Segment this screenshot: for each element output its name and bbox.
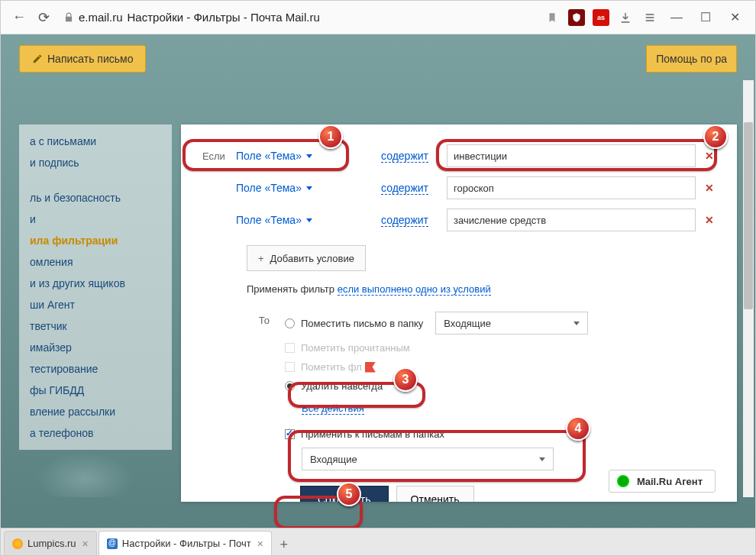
sidebar-item[interactable]: ль и безопасность — [19, 187, 172, 208]
filter-editor-panel: Если Поле «Тема» содержит ✕ Поле «Тема» … — [181, 124, 737, 502]
extension-lastfm-icon[interactable]: as — [590, 7, 612, 28]
flag-icon — [365, 362, 376, 373]
sidebar-item[interactable]: и из других ящиков — [19, 273, 172, 294]
browser-tab[interactable]: Lumpics.ru × — [4, 531, 97, 555]
vertical-scrollbar[interactable] — [743, 80, 754, 497]
browser-tab-active[interactable]: Настройки - Фильтры - Почт × — [99, 531, 272, 555]
apply-folders-value: Входящие — [310, 454, 357, 465]
field-select[interactable]: Поле «Тема» — [236, 214, 335, 226]
sidebar-item-filters[interactable]: ила фильтрации — [19, 230, 172, 251]
sidebar-item[interactable]: фы ГИБДД — [19, 380, 172, 401]
apply-folders-select[interactable]: Входящие — [302, 448, 554, 470]
scrollbar-thumb[interactable] — [744, 122, 753, 310]
action-mark-flag[interactable]: Пометить фл — [285, 361, 716, 373]
favicon-icon — [107, 538, 118, 549]
field-select[interactable]: Поле «Тема» — [236, 150, 335, 162]
caret-icon — [306, 218, 312, 222]
checkbox-icon[interactable] — [285, 362, 295, 372]
delete-condition-icon[interactable]: ✕ — [703, 150, 716, 162]
sidebar-item[interactable]: ши Агент — [19, 294, 172, 315]
apply-to-folders[interactable]: Применить к письмам в папках — [285, 428, 716, 440]
radio-icon[interactable] — [285, 318, 295, 328]
new-tab-button[interactable]: + — [273, 534, 295, 555]
action-mark-read[interactable]: Пометить прочитанным — [285, 342, 716, 354]
field-select-label: Поле «Тема» — [236, 182, 302, 194]
url-text[interactable]: e.mail.ru — [79, 11, 123, 24]
sidebar-item[interactable]: омления — [19, 251, 172, 273]
action-move-label: Поместить письмо в папку — [301, 318, 423, 329]
caret-icon — [306, 186, 312, 190]
actions-list: Поместить письмо в папку Входящие Помети… — [285, 312, 716, 470]
all-actions-link[interactable]: Все действия — [302, 402, 364, 415]
cancel-button[interactable]: Отменить — [396, 486, 474, 502]
then-block: То Поместить письмо в папку Входящие Пом… — [202, 312, 716, 470]
save-label: Сохранить — [318, 493, 371, 502]
browser-titlebar: ← ⟳ e.mail.ru Настройки - Фильтры - Почт… — [1, 1, 755, 34]
extension-adblock-icon[interactable] — [566, 7, 587, 28]
reload-button[interactable]: ⟳ — [31, 5, 56, 30]
browser-window: ← ⟳ e.mail.ru Настройки - Фильтры - Почт… — [0, 0, 756, 556]
tab-close-icon[interactable]: × — [82, 538, 89, 550]
checkbox-icon[interactable] — [285, 343, 295, 353]
window-maximize[interactable]: ☐ — [691, 5, 720, 30]
window-minimize[interactable]: — — [662, 5, 691, 30]
window-close[interactable]: ✕ — [720, 5, 749, 30]
lock-icon — [63, 12, 74, 23]
downloads-icon[interactable] — [615, 7, 636, 28]
compose-button[interactable]: Написать письмо — [19, 45, 146, 73]
menu-icon[interactable] — [639, 7, 661, 28]
help-label: Помощь по ра — [656, 53, 727, 65]
favicon-icon — [12, 538, 23, 549]
condition-row: Поле «Тема» содержит ✕ — [202, 176, 716, 199]
action-flag-label: Пометить фл — [301, 361, 362, 373]
sidebar-item[interactable]: а телефонов — [19, 422, 172, 444]
back-button[interactable]: ← — [7, 5, 31, 30]
field-select-label: Поле «Тема» — [236, 150, 302, 162]
page-title: Настройки - Фильтры - Почта Mail.ru — [128, 11, 320, 24]
sidebar-item[interactable]: вление рассылки — [19, 401, 172, 422]
caret-icon — [306, 154, 312, 158]
delete-condition-icon[interactable]: ✕ — [703, 182, 716, 194]
apply-folders-label: Применить к письмам в папках — [301, 428, 444, 440]
bookmark-icon[interactable] — [541, 7, 563, 28]
operator-select[interactable]: содержит — [381, 214, 428, 227]
condition-value-input[interactable] — [447, 208, 696, 231]
sidebar-item[interactable]: имайзер — [19, 337, 172, 358]
tab-title: Настройки - Фильтры - Почт — [122, 538, 251, 549]
operator-select[interactable]: содержит — [381, 150, 428, 163]
folder-select-value: Входящие — [444, 318, 491, 329]
page-content: Написать письмо Помощь по ра а с письмам… — [1, 34, 755, 528]
tab-close-icon[interactable]: × — [257, 538, 263, 550]
sidebar-item[interactable]: тестирование — [19, 358, 172, 380]
sidebar-item[interactable]: а с письмами — [19, 131, 172, 152]
folder-select[interactable]: Входящие — [435, 312, 588, 335]
settings-sidebar: а с письмами и подпись ль и безопасность… — [19, 124, 172, 450]
compose-label: Написать письмо — [47, 53, 133, 65]
operator-select[interactable]: содержит — [381, 182, 428, 195]
delete-condition-icon[interactable]: ✕ — [703, 214, 716, 226]
action-delete-forever[interactable]: Удалить навсегда — [285, 380, 716, 392]
browser-tabbar: Lumpics.ru × Настройки - Фильтры - Почт … — [1, 528, 755, 555]
condition-row: Если Поле «Тема» содержит ✕ — [202, 144, 716, 167]
add-condition-button[interactable]: Добавить условие — [247, 245, 366, 271]
condition-value-input[interactable] — [447, 176, 696, 199]
tab-title: Lumpics.ru — [27, 538, 76, 549]
help-button[interactable]: Помощь по ра — [646, 45, 737, 73]
radio-icon[interactable] — [285, 381, 295, 391]
sidebar-item[interactable]: и подпись — [19, 152, 172, 173]
sidebar-item[interactable]: тветчик — [19, 315, 172, 337]
status-dot-icon — [617, 475, 629, 487]
condition-value-input[interactable] — [447, 144, 696, 167]
mailru-agent-widget[interactable]: Mail.Ru Агент — [609, 470, 716, 493]
compose-icon — [32, 53, 43, 64]
save-button[interactable]: Сохранить — [300, 486, 389, 502]
checkbox-icon[interactable] — [285, 429, 295, 439]
apply-mode-line: Применять фильтр если выполнено одно из … — [247, 283, 716, 295]
action-read-label: Пометить прочитанным — [301, 342, 410, 354]
app-toolbar: Написать письмо Помощь по ра — [19, 45, 737, 73]
if-label: Если — [202, 150, 236, 162]
field-select[interactable]: Поле «Тема» — [236, 182, 335, 194]
sidebar-item[interactable]: и — [19, 208, 172, 230]
apply-mode-link[interactable]: если выполнено одно из условий — [338, 283, 491, 296]
action-move[interactable]: Поместить письмо в папку Входящие — [285, 312, 716, 335]
